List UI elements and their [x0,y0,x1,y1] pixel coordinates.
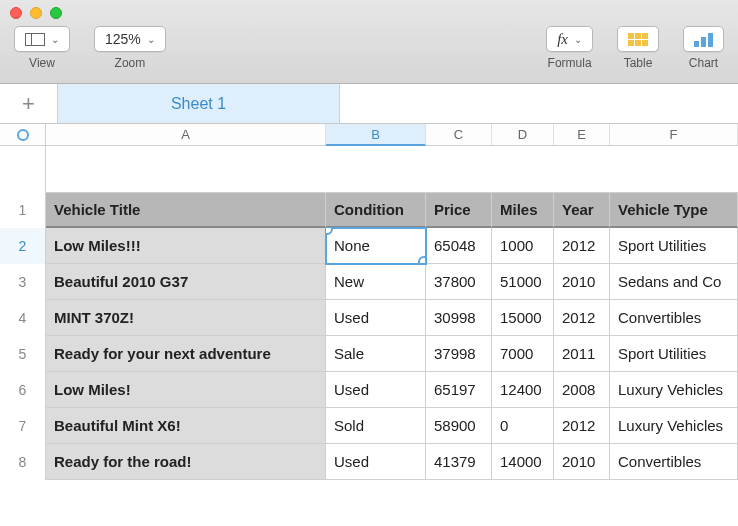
sheet-tabs: + Sheet 1 [0,84,738,124]
table-row: 3 Beautiful 2010 G37 New 37800 51000 201… [0,264,738,300]
cell[interactable]: 2011 [554,336,610,372]
table-label: Table [624,56,653,70]
cell[interactable]: 30998 [426,300,492,336]
header-cell-miles[interactable]: Miles [492,192,554,228]
header-cell-type[interactable]: Vehicle Type [610,192,738,228]
row-header[interactable]: 8 [0,444,46,480]
cell[interactable]: 58900 [426,408,492,444]
cell[interactable]: 37800 [426,264,492,300]
cell[interactable]: 2008 [554,372,610,408]
spreadsheet-grid[interactable]: 1 Vehicle Title Condition Price Miles Ye… [0,192,738,480]
cell[interactable]: Beautiful Mint X6! [46,408,326,444]
sheet-tab[interactable]: Sheet 1 [58,84,340,123]
cell[interactable]: 14000 [492,444,554,480]
cell[interactable]: 7000 [492,336,554,372]
cell[interactable]: Sedans and Co [610,264,738,300]
header-cell-year[interactable]: Year [554,192,610,228]
chart-button[interactable] [683,26,724,52]
cell[interactable]: Ready for your next adventure [46,336,326,372]
cell[interactable]: Beautiful 2010 G37 [46,264,326,300]
formula-button[interactable]: fx ⌄ [546,26,593,52]
zoom-button[interactable]: 125% ⌄ [94,26,166,52]
view-button[interactable]: ⌄ [14,26,70,52]
col-header-a[interactable]: A [46,124,326,145]
cell[interactable]: 0 [492,408,554,444]
cell[interactable]: Luxury Vehicles [610,408,738,444]
header-cell-price[interactable]: Price [426,192,492,228]
row-header[interactable]: 1 [0,192,46,228]
cell[interactable]: 2010 [554,444,610,480]
col-header-e[interactable]: E [554,124,610,145]
chart-label: Chart [689,56,718,70]
table-button[interactable] [617,26,659,52]
cell[interactable]: 15000 [492,300,554,336]
row-header[interactable]: 3 [0,264,46,300]
cell[interactable]: 12400 [492,372,554,408]
table-row: 2 Low Miles!!! None 65048 1000 2012 Spor… [0,228,738,264]
col-header-d[interactable]: D [492,124,554,145]
cell[interactable]: Used [326,444,426,480]
view-group: ⌄ View [14,26,70,70]
cell[interactable]: 51000 [492,264,554,300]
add-sheet-button[interactable]: + [0,84,58,123]
cell[interactable]: Ready for the road! [46,444,326,480]
cell[interactable]: 2010 [554,264,610,300]
table-row: 4 MINT 370Z! Used 30998 15000 2012 Conve… [0,300,738,336]
cell[interactable]: 2012 [554,228,610,264]
row-header[interactable]: 6 [0,372,46,408]
chevron-down-icon: ⌄ [51,34,59,45]
table-row: 5 Ready for your next adventure Sale 379… [0,336,738,372]
table-icon [628,33,648,46]
formula-group: fx ⌄ Formula [546,26,593,70]
table-row: 6 Low Miles! Used 65197 12400 2008 Luxur… [0,372,738,408]
chevron-down-icon: ⌄ [574,34,582,45]
chevron-down-icon: ⌄ [147,34,155,45]
cell[interactable]: 65048 [426,228,492,264]
col-header-f[interactable]: F [610,124,738,145]
select-all-corner[interactable] [0,124,46,145]
header-cell-condition[interactable]: Condition [326,192,426,228]
zoom-label: Zoom [115,56,146,70]
table-group: Table [617,26,659,70]
circle-icon [17,129,29,141]
cell[interactable]: 65197 [426,372,492,408]
cell[interactable]: Low Miles! [46,372,326,408]
chart-group: Chart [683,26,724,70]
cell-selected[interactable]: None [326,228,426,264]
formula-label: Formula [548,56,592,70]
view-label: View [29,56,55,70]
cell[interactable]: 1000 [492,228,554,264]
cell[interactable]: Sport Utilities [610,336,738,372]
cell[interactable]: 2012 [554,408,610,444]
maximize-window-button[interactable] [50,7,62,19]
row-header[interactable]: 4 [0,300,46,336]
cell[interactable]: Low Miles!!! [46,228,326,264]
view-icon [25,33,45,46]
cell[interactable]: 41379 [426,444,492,480]
cell[interactable]: New [326,264,426,300]
cell[interactable]: MINT 370Z! [46,300,326,336]
row-header[interactable]: 2 [0,228,46,264]
cell[interactable]: 37998 [426,336,492,372]
column-headers: A B C D E F [0,124,738,146]
cell[interactable]: Used [326,372,426,408]
row-header[interactable]: 7 [0,408,46,444]
close-window-button[interactable] [10,7,22,19]
cell[interactable]: Sold [326,408,426,444]
col-header-c[interactable]: C [426,124,492,145]
cell[interactable]: Convertibles [610,300,738,336]
cell[interactable]: Sport Utilities [610,228,738,264]
header-cell-title[interactable]: Vehicle Title [46,192,326,228]
window-controls [0,0,738,26]
table-row: 1 Vehicle Title Condition Price Miles Ye… [0,192,738,228]
cell[interactable]: 2012 [554,300,610,336]
cell[interactable]: Sale [326,336,426,372]
cell[interactable]: Luxury Vehicles [610,372,738,408]
cell[interactable]: Convertibles [610,444,738,480]
col-header-b[interactable]: B [326,124,426,146]
row-header[interactable]: 5 [0,336,46,372]
zoom-value: 125% [105,31,141,47]
cell[interactable]: Used [326,300,426,336]
table-row: 8 Ready for the road! Used 41379 14000 2… [0,444,738,480]
minimize-window-button[interactable] [30,7,42,19]
